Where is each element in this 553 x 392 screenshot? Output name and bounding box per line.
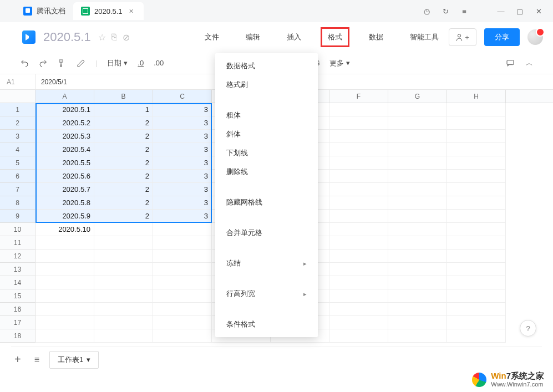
minimize-icon[interactable]: — xyxy=(496,7,505,16)
cell[interactable] xyxy=(329,276,388,289)
cell[interactable] xyxy=(388,329,447,343)
cell[interactable]: 2 xyxy=(94,183,153,196)
menu-data[interactable]: 数据 xyxy=(363,29,389,45)
cell[interactable]: 3 xyxy=(153,183,212,196)
menu-item-freeze[interactable]: 冻结 xyxy=(215,254,318,273)
cell[interactable] xyxy=(153,263,212,276)
share-button[interactable]: 分享 xyxy=(484,28,520,46)
cell[interactable] xyxy=(447,236,506,250)
row-header[interactable]: 6 xyxy=(0,170,35,183)
cell[interactable] xyxy=(329,316,388,329)
cell[interactable]: 2020.5.6 xyxy=(35,170,94,183)
cell[interactable] xyxy=(329,130,388,143)
cell[interactable]: 2 xyxy=(94,170,153,183)
row-header[interactable]: 18 xyxy=(0,329,35,343)
cell[interactable] xyxy=(388,316,447,329)
col-header-F[interactable]: F xyxy=(329,90,388,103)
add-collaborator-button[interactable]: + xyxy=(449,28,476,46)
more-formatting-dropdown[interactable]: 更多 ▾ xyxy=(329,58,350,68)
cell[interactable]: 2 xyxy=(94,196,153,210)
cell[interactable] xyxy=(388,250,447,263)
number-format-dropdown[interactable]: 日期 ▾ xyxy=(107,58,128,68)
row-header[interactable]: 14 xyxy=(0,276,35,289)
menu-item-italic[interactable]: 斜体 xyxy=(215,125,318,144)
cell[interactable]: 3 xyxy=(153,130,212,143)
row-header[interactable]: 7 xyxy=(0,183,35,196)
cell[interactable] xyxy=(153,303,212,316)
cell[interactable]: 3 xyxy=(153,170,212,183)
close-window-icon[interactable]: ✕ xyxy=(534,7,543,16)
formula-input[interactable]: 2020/5/1 xyxy=(35,78,67,86)
cell[interactable] xyxy=(447,289,506,303)
cell[interactable] xyxy=(447,143,506,156)
cell[interactable] xyxy=(329,103,388,116)
cell[interactable] xyxy=(388,223,447,236)
cell[interactable] xyxy=(388,116,447,130)
cell[interactable] xyxy=(447,156,506,170)
menu-file[interactable]: 文件 xyxy=(199,29,225,45)
cell[interactable] xyxy=(447,170,506,183)
cell[interactable] xyxy=(35,250,94,263)
cell[interactable] xyxy=(94,236,153,250)
cell[interactable] xyxy=(94,316,153,329)
cell[interactable]: 2020.5.9 xyxy=(35,210,94,223)
redo-button[interactable] xyxy=(39,59,48,68)
clear-format-button[interactable] xyxy=(77,59,85,68)
cell[interactable] xyxy=(35,329,94,343)
cell[interactable]: 2020.5.5 xyxy=(35,156,94,170)
cell[interactable]: 2020.5.3 xyxy=(35,130,94,143)
cell[interactable] xyxy=(329,210,388,223)
cell[interactable] xyxy=(153,223,212,236)
close-icon[interactable]: × xyxy=(127,7,136,16)
select-all-corner[interactable] xyxy=(0,90,35,103)
sheet-list-icon[interactable]: ≡ xyxy=(31,355,43,365)
cell[interactable] xyxy=(153,316,212,329)
cell[interactable] xyxy=(329,289,388,303)
cell[interactable] xyxy=(35,263,94,276)
cell[interactable] xyxy=(329,183,388,196)
row-header[interactable]: 5 xyxy=(0,156,35,170)
decrease-decimal-button[interactable]: .0 xyxy=(138,59,144,67)
cell[interactable] xyxy=(447,103,506,116)
row-header[interactable]: 10 xyxy=(0,223,35,236)
help-button[interactable]: ? xyxy=(520,320,536,337)
menu-item-conditional-format[interactable]: 条件格式 xyxy=(215,315,318,334)
cell[interactable]: 2020.5.10 xyxy=(35,223,94,236)
cell[interactable] xyxy=(329,156,388,170)
cell[interactable]: 3 xyxy=(153,210,212,223)
cell[interactable]: 2020.5.4 xyxy=(35,143,94,156)
cell[interactable] xyxy=(388,170,447,183)
row-header[interactable]: 17 xyxy=(0,316,35,329)
increase-decimal-button[interactable]: .00 xyxy=(154,59,164,67)
cell[interactable] xyxy=(329,303,388,316)
menu-item-hide-gridlines[interactable]: 隐藏网格线 xyxy=(215,193,318,212)
cell[interactable] xyxy=(94,250,153,263)
cell[interactable] xyxy=(388,156,447,170)
cell[interactable] xyxy=(94,223,153,236)
cell[interactable]: 2 xyxy=(94,210,153,223)
col-header-H[interactable]: H xyxy=(447,90,506,103)
cell[interactable] xyxy=(388,210,447,223)
paint-format-button[interactable] xyxy=(58,59,67,68)
menu-item-strike[interactable]: 删除线 xyxy=(215,162,318,181)
menu-item-format-brush[interactable]: 格式刷 xyxy=(215,75,318,94)
folder-icon[interactable]: ⎘ xyxy=(111,32,117,42)
cell[interactable] xyxy=(153,236,212,250)
cell[interactable]: 3 xyxy=(153,143,212,156)
maximize-icon[interactable]: ▢ xyxy=(515,7,524,16)
cell[interactable]: 1 xyxy=(94,103,153,116)
cell[interactable]: 2 xyxy=(94,130,153,143)
cell[interactable] xyxy=(447,116,506,130)
menu-item-row-col-size[interactable]: 行高列宽 xyxy=(215,284,318,303)
cell[interactable] xyxy=(447,130,506,143)
cell[interactable]: 3 xyxy=(153,196,212,210)
menu-format[interactable]: 格式 xyxy=(322,29,348,45)
cell[interactable] xyxy=(388,289,447,303)
cell[interactable]: 2020.5.2 xyxy=(35,116,94,130)
cell[interactable]: 2020.5.8 xyxy=(35,196,94,210)
row-header[interactable]: 9 xyxy=(0,210,35,223)
cell[interactable] xyxy=(94,263,153,276)
cell[interactable] xyxy=(329,250,388,263)
cell[interactable] xyxy=(35,303,94,316)
cell[interactable] xyxy=(94,289,153,303)
